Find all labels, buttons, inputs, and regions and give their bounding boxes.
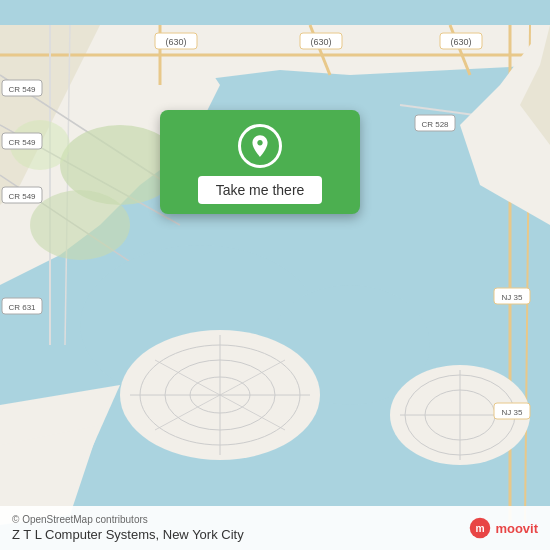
svg-text:m: m [476, 523, 485, 534]
svg-point-17 [30, 190, 130, 260]
svg-text:NJ 35: NJ 35 [502, 408, 523, 417]
svg-text:NJ 35: NJ 35 [502, 293, 523, 302]
location-pin-icon [247, 133, 273, 159]
tooltip-card: Take me there [160, 110, 360, 214]
pin-icon-wrap [238, 124, 282, 168]
svg-text:(630): (630) [310, 37, 331, 47]
svg-text:CR 549: CR 549 [8, 85, 36, 94]
svg-text:(630): (630) [450, 37, 471, 47]
map-background: (630) (630) (630) CR 549 CR 549 CR 549 C… [0, 0, 550, 550]
svg-text:CR 631: CR 631 [8, 303, 36, 312]
map-container: (630) (630) (630) CR 549 CR 549 CR 549 C… [0, 0, 550, 550]
svg-text:CR 549: CR 549 [8, 192, 36, 201]
bottom-bar: © OpenStreetMap contributors Z T L Compu… [0, 506, 550, 550]
attribution-text: © OpenStreetMap contributors [12, 514, 244, 525]
moovit-logo-icon: m [469, 517, 491, 539]
svg-text:(630): (630) [165, 37, 186, 47]
moovit-logo-text: moovit [495, 521, 538, 536]
moovit-logo: m moovit [469, 517, 538, 539]
svg-text:CR 528: CR 528 [421, 120, 449, 129]
take-me-there-button[interactable]: Take me there [198, 176, 323, 204]
svg-text:CR 549: CR 549 [8, 138, 36, 147]
location-label: Z T L Computer Systems, New York City [12, 527, 244, 542]
